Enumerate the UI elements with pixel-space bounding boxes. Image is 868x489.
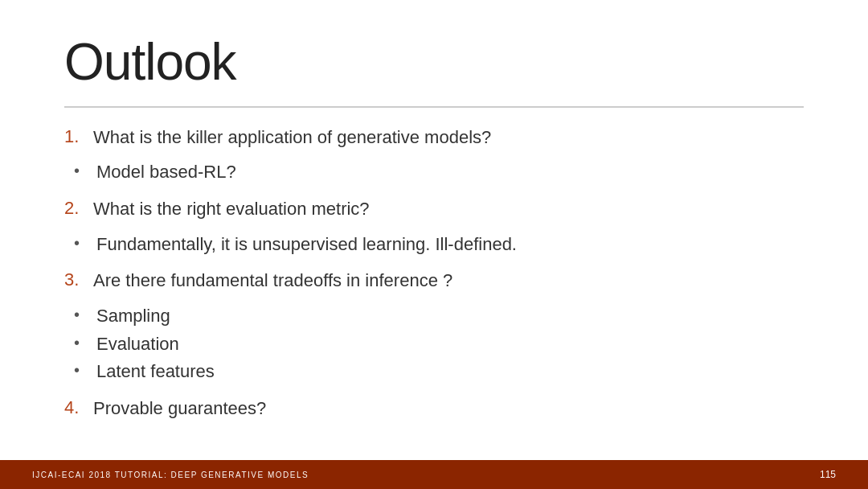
item-text-1: What is the killer application of genera… — [93, 125, 491, 150]
numbered-block-1: 1. What is the killer application of gen… — [64, 125, 804, 184]
slide-title: Outlook — [64, 32, 804, 92]
number-3: 3. — [64, 269, 93, 290]
item-text-2: What is the right evaluation metric? — [93, 197, 370, 221]
sub-list-1: • Model based-RL? — [64, 160, 804, 184]
bullet-dot-3-0: • — [74, 304, 96, 324]
sub-list-2: • Fundamentally, it is unsupervised lear… — [64, 232, 804, 257]
number-1: 1. — [64, 125, 93, 147]
bullet-text-3-2: Latent features — [96, 360, 215, 384]
numbered-item-1: 1. What is the killer application of gen… — [64, 125, 804, 150]
bullet-dot-3-1: • — [74, 332, 96, 352]
numbered-block-3: 3. Are there fundamental tradeoffs in in… — [64, 269, 804, 384]
footer-page: 115 — [820, 469, 836, 480]
footer: IJCAI-ECAI 2018 TUTORIAL: DEEP GENERATIV… — [0, 460, 868, 489]
numbered-block-4: 4. Provable guarantees? — [64, 397, 804, 421]
bullet-item-3-0: • Sampling — [64, 304, 804, 328]
bullet-text-2-0: Fundamentally, it is unsupervised learni… — [96, 232, 517, 257]
bullet-item-3-2: • Latent features — [64, 360, 804, 384]
bullet-text-1-0: Model based-RL? — [96, 160, 236, 184]
bullet-item-2-0: • Fundamentally, it is unsupervised lear… — [64, 232, 804, 257]
number-4: 4. — [64, 397, 93, 418]
numbered-item-4: 4. Provable guarantees? — [64, 397, 804, 421]
sub-list-3: • Sampling • Evaluation • Latent feature… — [64, 304, 804, 384]
divider — [64, 106, 804, 108]
bullet-text-3-1: Evaluation — [96, 332, 179, 356]
bullet-item-1-0: • Model based-RL? — [64, 160, 804, 184]
bullet-text-3-0: Sampling — [96, 304, 170, 328]
item-text-3: Are there fundamental tradeoffs in infer… — [93, 269, 452, 293]
number-2: 2. — [64, 197, 93, 219]
bullet-dot-3-2: • — [74, 360, 96, 380]
content-area: 1. What is the killer application of gen… — [64, 125, 804, 421]
bullet-dot-2-0: • — [74, 232, 96, 253]
numbered-item-2: 2. What is the right evaluation metric? — [64, 197, 804, 221]
numbered-item-3: 3. Are there fundamental tradeoffs in in… — [64, 269, 804, 293]
bullet-dot-1-0: • — [74, 160, 96, 180]
item-text-4: Provable guarantees? — [93, 397, 266, 421]
bullet-item-3-1: • Evaluation — [64, 332, 804, 356]
footer-conference: IJCAI-ECAI 2018 TUTORIAL: DEEP GENERATIV… — [32, 471, 309, 479]
slide-container: Outlook 1. What is the killer applicatio… — [0, 0, 868, 489]
numbered-block-2: 2. What is the right evaluation metric? … — [64, 197, 804, 256]
